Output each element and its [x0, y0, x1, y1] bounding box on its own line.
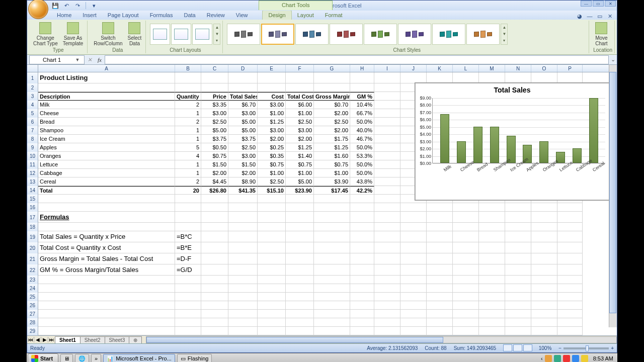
chart-style-option[interactable]	[398, 24, 431, 45]
row-header[interactable]: 18	[27, 223, 38, 231]
cell[interactable]	[286, 293, 314, 301]
cell[interactable]	[228, 284, 258, 293]
cell[interactable]	[350, 301, 374, 310]
cell[interactable]	[531, 264, 557, 276]
cell[interactable]: $3.00	[286, 126, 314, 135]
cell[interactable]: Cereal	[38, 177, 175, 186]
cell[interactable]	[400, 242, 427, 253]
tab-layout[interactable]: Layout	[292, 11, 319, 20]
cell[interactable]	[350, 327, 374, 335]
cell[interactable]	[314, 327, 350, 335]
cell[interactable]	[427, 72, 453, 83]
cell[interactable]	[531, 310, 557, 318]
cell[interactable]	[258, 253, 286, 264]
cell[interactable]: $3.35	[201, 101, 228, 109]
cell[interactable]	[453, 310, 479, 318]
embedded-chart[interactable]: Total Sales $0.00$1.00$2.00$3.00$4.00$5.…	[415, 82, 610, 201]
cell[interactable]: 1	[175, 169, 201, 177]
cell[interactable]	[286, 72, 314, 83]
cell[interactable]	[400, 72, 427, 83]
view-normal-icon[interactable]	[503, 344, 512, 351]
cell[interactable]: $6.70	[228, 101, 258, 109]
cell[interactable]: Cabbage	[38, 169, 175, 177]
taskbar-flashing-button[interactable]: ▭ Flashing	[177, 354, 212, 363]
quick-launch-desktop-icon[interactable]: 🖥	[60, 354, 73, 362]
cell[interactable]	[228, 318, 258, 327]
cell[interactable]	[201, 284, 228, 293]
cell[interactable]	[374, 301, 400, 310]
cell[interactable]: $0.75	[258, 160, 286, 169]
cell[interactable]	[531, 203, 557, 212]
row-header[interactable]: 1	[27, 72, 38, 83]
close-button[interactable]: ✕	[605, 1, 616, 7]
cell[interactable]	[374, 310, 400, 318]
cell[interactable]: $1.00	[258, 169, 286, 177]
cell[interactable]: 46.7%	[350, 135, 374, 143]
cell[interactable]: 40.0%	[350, 126, 374, 135]
save-icon[interactable]: 💾	[51, 2, 59, 10]
cell[interactable]: $5.00	[201, 126, 228, 135]
cell[interactable]	[228, 327, 258, 335]
vertical-scrollbar[interactable]	[609, 65, 617, 327]
cell[interactable]	[400, 276, 427, 284]
cell[interactable]: $15.10	[258, 186, 286, 195]
row-header[interactable]: 2	[27, 83, 38, 92]
cell[interactable]	[228, 301, 258, 310]
move-chart-button[interactable]: Move Chart	[593, 21, 609, 47]
cell[interactable]	[350, 223, 374, 231]
row-header[interactable]: 5	[27, 109, 38, 118]
cell[interactable]	[531, 212, 557, 223]
change-chart-type-button[interactable]: Change Chart Type	[31, 21, 60, 47]
cell[interactable]: $1.00	[286, 109, 314, 118]
cell[interactable]: $1.40	[286, 152, 314, 160]
cell[interactable]: 1	[175, 135, 201, 143]
cell[interactable]	[374, 223, 400, 231]
cell[interactable]	[350, 83, 374, 92]
cell[interactable]	[479, 242, 505, 253]
chart-bar[interactable]	[589, 98, 598, 163]
cell[interactable]	[427, 223, 453, 231]
cell[interactable]	[38, 223, 175, 231]
cell[interactable]	[374, 83, 400, 92]
cell[interactable]	[258, 72, 286, 83]
row-header[interactable]: 21	[27, 253, 38, 264]
cell[interactable]	[314, 83, 350, 92]
cell[interactable]	[557, 72, 583, 83]
cell[interactable]	[175, 223, 201, 231]
cell[interactable]	[258, 310, 286, 318]
cell[interactable]: $17.45	[314, 186, 350, 195]
cell[interactable]	[175, 195, 201, 203]
cell[interactable]: $2.00	[314, 109, 350, 118]
cell[interactable]	[314, 253, 350, 264]
cell[interactable]	[427, 276, 453, 284]
cell[interactable]	[286, 284, 314, 293]
cell[interactable]	[286, 83, 314, 92]
cell[interactable]	[175, 327, 201, 335]
cell[interactable]	[505, 284, 531, 293]
tray-expand-icon[interactable]: ‹	[541, 355, 543, 361]
cell[interactable]	[175, 318, 201, 327]
chart-layout-option[interactable]	[192, 24, 212, 45]
cell[interactable]	[228, 223, 258, 231]
name-box[interactable]: ▼	[29, 55, 85, 64]
column-header[interactable]: H	[350, 65, 374, 72]
row-header[interactable]: 15	[27, 195, 38, 203]
row-header[interactable]: 19	[27, 231, 38, 242]
row-header[interactable]: 7	[27, 126, 38, 135]
chart-layout-option[interactable]	[150, 24, 170, 45]
cell[interactable]	[479, 284, 505, 293]
column-header[interactable]: B	[175, 65, 201, 72]
cell[interactable]: $0.75	[286, 160, 314, 169]
cell[interactable]	[400, 293, 427, 301]
cell[interactable]: Bread	[38, 118, 175, 126]
cell[interactable]: $1.50	[228, 160, 258, 169]
cell[interactable]	[350, 253, 374, 264]
cell[interactable]: Milk	[38, 101, 175, 109]
chart-bar[interactable]	[490, 127, 499, 163]
cell[interactable]: 4	[175, 152, 201, 160]
cell[interactable]: $3.00	[258, 126, 286, 135]
cell[interactable]	[38, 301, 175, 310]
cell[interactable]	[286, 212, 314, 223]
column-header[interactable]: K	[427, 65, 453, 72]
cell[interactable]: $6.00	[286, 101, 314, 109]
